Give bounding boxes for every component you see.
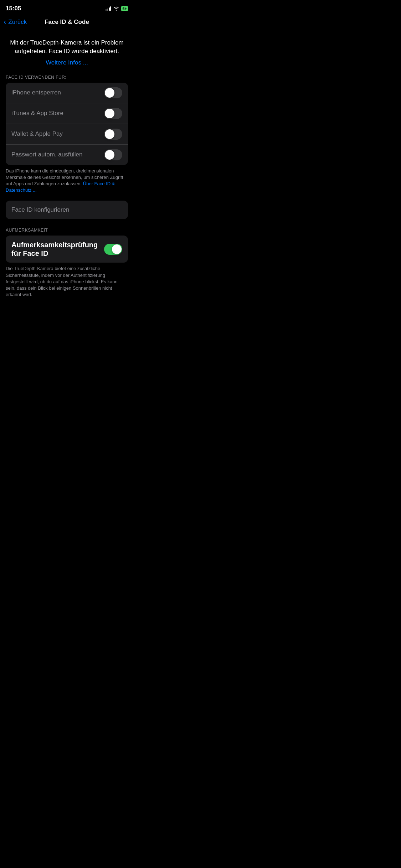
itunes-appstore-toggle[interactable]: [104, 108, 122, 119]
attention-section-label: AUFMERKSAMKEIT: [0, 228, 134, 233]
itunes-appstore-label: iTunes & App Store: [11, 110, 104, 117]
error-section: Mit der TrueDepth-Kamera ist ein Problem…: [0, 30, 134, 75]
attention-footer: Die TrueDepth-Kamera bietet eine zusätzl…: [0, 263, 134, 305]
itunes-appstore-toggle-knob: [105, 109, 114, 118]
battery-level: 6+: [122, 6, 127, 11]
face-id-footer: Das iPhone kann die eindeutigen, dreidim…: [0, 165, 134, 201]
wallet-applepay-label: Wallet & Apple Pay: [11, 130, 104, 138]
error-message: Mit der TrueDepth-Kamera ist ein Problem…: [10, 38, 124, 56]
wallet-applepay-row: Wallet & Apple Pay: [6, 124, 128, 145]
battery-icon: 6+: [121, 6, 128, 11]
more-info-link[interactable]: Weitere Infos ...: [46, 59, 88, 66]
password-autofill-toggle-knob: [105, 150, 114, 160]
status-icons: 6+: [106, 6, 128, 11]
itunes-appstore-row: iTunes & App Store: [6, 103, 128, 124]
face-id-section-label: FACE ID VERWENDEN FÜR:: [0, 75, 134, 80]
iphone-unlock-toggle[interactable]: [104, 87, 122, 98]
wallet-applepay-toggle[interactable]: [104, 129, 122, 140]
password-autofill-label: Passwort autom. ausfüllen: [11, 151, 104, 158]
iphone-unlock-toggle-knob: [105, 88, 114, 98]
attention-check-toggle[interactable]: [104, 244, 122, 255]
page-title: Face ID & Code: [45, 19, 89, 26]
password-autofill-toggle[interactable]: [104, 149, 122, 160]
wallet-applepay-toggle-knob: [105, 129, 114, 139]
status-bar: 15:05 6+: [0, 0, 134, 16]
attention-check-toggle-knob: [112, 244, 122, 254]
back-button[interactable]: ‹ Zurück: [4, 18, 27, 26]
back-label: Zurück: [8, 19, 27, 26]
wifi-icon: [113, 6, 119, 11]
iphone-unlock-label: iPhone entsperren: [11, 89, 104, 96]
attention-check-row: Aufmerksamkeitsprüfung für Face ID: [6, 236, 128, 263]
iphone-unlock-row: iPhone entsperren: [6, 83, 128, 103]
attention-footer-text: Die TrueDepth-Kamera bietet eine zusätzl…: [6, 266, 118, 297]
nav-bar: ‹ Zurück Face ID & Code: [0, 16, 134, 30]
status-time: 15:05: [6, 5, 21, 12]
back-chevron-icon: ‹: [4, 18, 6, 26]
signal-bars-icon: [106, 6, 112, 11]
face-id-settings-group: iPhone entsperren iTunes & App Store Wal…: [6, 83, 128, 165]
attention-section: AUFMERKSAMKEIT Aufmerksamkeitsprüfung fü…: [0, 228, 134, 305]
attention-settings-group: Aufmerksamkeitsprüfung für Face ID: [6, 236, 128, 263]
password-autofill-row: Passwort autom. ausfüllen: [6, 145, 128, 165]
attention-check-label: Aufmerksamkeitsprüfung für Face ID: [11, 241, 104, 258]
configure-face-id-button[interactable]: Face ID konfigurieren: [6, 201, 128, 219]
configure-face-id-label: Face ID konfigurieren: [11, 206, 70, 213]
